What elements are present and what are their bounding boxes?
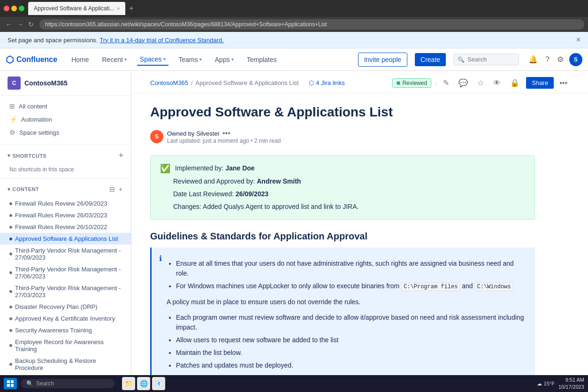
- author-name: Owned by Silvester •••: [167, 129, 281, 138]
- guidelines-content: Ensure at all times that your users do n…: [167, 253, 527, 392]
- implemented-text: Implemented by: Jane Doe: [175, 163, 255, 173]
- breadcrumb-space-link[interactable]: ContosoM365: [150, 79, 188, 86]
- nav-home[interactable]: Home: [69, 54, 92, 65]
- help-btn[interactable]: ?: [543, 54, 551, 66]
- sidebar-item-8[interactable]: Approved Key & Certificate Inventory: [0, 313, 131, 324]
- settings-icon: ⚙: [9, 129, 15, 136]
- address-input[interactable]: [39, 19, 584, 30]
- code-program-files: C:\Program files: [401, 283, 460, 291]
- main-layout: C ContosoM365 ⊞ All content ⚡ Automation…: [0, 71, 588, 392]
- forward-btn[interactable]: →: [15, 20, 25, 29]
- sidebar-item-3[interactable]: Approved Software & Applications List: [0, 233, 131, 245]
- nav-teams[interactable]: Teams ▾: [176, 54, 205, 65]
- grid-icon: ⊞: [9, 102, 15, 110]
- taskbar-app-1[interactable]: 📁: [122, 377, 135, 390]
- new-tab-btn[interactable]: +: [127, 4, 135, 13]
- policy-text: A policy must be in place to ensure user…: [167, 297, 527, 307]
- banner-close-btn[interactable]: ×: [576, 36, 580, 44]
- breadcrumb: ContosoM365 / Approved Software & Applic…: [131, 71, 588, 93]
- svg-rect-1: [11, 380, 14, 383]
- action-divider: |: [435, 79, 436, 86]
- nav-recent[interactable]: Recent ▾: [99, 54, 129, 65]
- space-header[interactable]: C ContosoM365: [0, 71, 131, 96]
- banner-text: Set page and space permissions.: [8, 37, 98, 44]
- refresh-btn[interactable]: ↻: [26, 20, 36, 29]
- nav-apps[interactable]: Apps ▾: [212, 54, 237, 65]
- sidebar-item-5[interactable]: Third-Party Vendor Risk Management - 27/…: [0, 263, 131, 282]
- minimize-window-btn[interactable]: [11, 6, 17, 11]
- add-content-btn[interactable]: +: [118, 184, 123, 194]
- shortcuts-label: ▾ SHORTCUTS: [8, 153, 46, 159]
- sidebar-item-11[interactable]: Backup Scheduling & Restore Procedure: [0, 355, 131, 374]
- address-bar-row: ← → ↻: [0, 17, 588, 32]
- content-label: ▾ CONTENT: [8, 186, 39, 192]
- active-tab[interactable]: Approved Software & Applicati... ×: [28, 2, 125, 15]
- sidebar-item-2[interactable]: Firewall Rules Review 26/10/2022: [0, 221, 131, 233]
- banner-link[interactable]: Try it in a 14-day trial of Confluence S…: [99, 37, 224, 44]
- close-window-btn[interactable]: [4, 6, 9, 11]
- sidebar-item-0[interactable]: Firewall Rules Review 26/09/2023: [0, 198, 131, 209]
- breadcrumb-page: Approved Software & Applications List: [196, 79, 299, 86]
- sidebar-item-automation[interactable]: ⚡ Automation: [0, 113, 131, 126]
- bullet-icon: [9, 344, 12, 347]
- star-btn[interactable]: ☆: [474, 77, 487, 89]
- teams-chevron: ▾: [199, 57, 202, 62]
- sidebar-item-7[interactable]: Disaster Recovery Plan (DRP): [0, 301, 131, 313]
- sidebar-item-10[interactable]: Employee Record for Awareness Training: [0, 336, 131, 355]
- notifications-btn[interactable]: 🔔: [527, 53, 540, 66]
- comment-btn[interactable]: 💬: [456, 77, 471, 89]
- space-name: ContosoM365: [24, 79, 68, 87]
- logo[interactable]: ⬡ Confluence: [6, 54, 57, 65]
- taskbar-app-3[interactable]: 📧: [152, 377, 165, 390]
- info-box: ✅ Implemented by: Jane Doe Reviewed and …: [150, 155, 535, 220]
- create-btn[interactable]: Create: [415, 53, 446, 66]
- user-avatar[interactable]: S: [569, 53, 582, 66]
- sidebar-item-all-content[interactable]: ⊞ All content: [0, 100, 131, 113]
- nav-templates[interactable]: Templates: [244, 54, 280, 65]
- maximize-window-btn[interactable]: [19, 6, 24, 11]
- sidebar-item-9[interactable]: Security Awareness Training: [0, 324, 131, 336]
- bullet-icon: [9, 290, 12, 293]
- bullet-icon: [9, 202, 12, 205]
- guidelines-panel: ℹ Ensure at all times that your users do…: [150, 247, 535, 392]
- jira-links[interactable]: ⬡ 4 Jira links: [309, 79, 344, 86]
- search-box[interactable]: 🔍: [453, 54, 519, 65]
- sidebar-item-4[interactable]: Third-Party Vendor Risk Management - 27/…: [0, 245, 131, 263]
- filter-content-btn[interactable]: ⊟: [108, 184, 116, 194]
- sidebar-item-space-settings[interactable]: ⚙ Space settings: [0, 126, 131, 139]
- more-options-btn[interactable]: •••: [557, 77, 569, 89]
- info-row-date: Date Last Reviewed: 26/09/2023: [173, 189, 525, 199]
- start-btn[interactable]: [4, 378, 17, 389]
- add-shortcut-btn[interactable]: +: [118, 151, 123, 161]
- tab-label: Approved Software & Applicati...: [34, 5, 114, 12]
- changes-text: Changes: Added Qualys Agent to approved …: [173, 202, 359, 212]
- taskbar-search[interactable]: 🔍 Search: [21, 379, 115, 388]
- sidebar-item-6[interactable]: Third-Party Vendor Risk Management - 27/…: [0, 282, 131, 301]
- windows-icon: [7, 380, 14, 387]
- content-section-header: ▾ CONTENT ⊟ +: [0, 181, 131, 198]
- policy-item-3: Maintain the list below.: [176, 348, 527, 358]
- author-more-btn[interactable]: •••: [222, 129, 230, 138]
- lightning-icon: ⚡: [9, 115, 17, 123]
- search-input[interactable]: [467, 56, 510, 63]
- back-btn[interactable]: ←: [4, 20, 14, 29]
- info-icon: ℹ: [159, 254, 162, 392]
- tab-close-btn[interactable]: ×: [117, 6, 120, 11]
- search-icon: 🔍: [458, 56, 465, 63]
- guideline-item-1: Ensure at all times that your users do n…: [176, 259, 527, 278]
- settings-btn[interactable]: ⚙: [555, 53, 565, 66]
- watch-btn[interactable]: 👁: [490, 77, 504, 89]
- no-shortcuts-text: No shortcuts in this space: [0, 164, 131, 177]
- taskbar-app-2[interactable]: 🌐: [137, 377, 150, 390]
- guideline-item-2: For Windows machines use AppLocker to on…: [176, 281, 527, 291]
- restrict-btn[interactable]: 🔒: [507, 77, 522, 89]
- window-controls: [4, 6, 24, 11]
- nav-spaces[interactable]: Spaces ▾: [137, 54, 168, 66]
- share-btn[interactable]: Share: [526, 77, 554, 89]
- bullet-icon: [9, 226, 12, 229]
- edit-btn[interactable]: ✎: [440, 77, 452, 89]
- sidebar-main-nav: ⊞ All content ⚡ Automation ⚙ Space setti…: [0, 96, 131, 143]
- chevron-down-icon-2: ▾: [8, 186, 11, 192]
- sidebar-item-1[interactable]: Firewall Rules Review 26/03/2023: [0, 209, 131, 221]
- invite-people-btn[interactable]: Invite people: [358, 53, 407, 67]
